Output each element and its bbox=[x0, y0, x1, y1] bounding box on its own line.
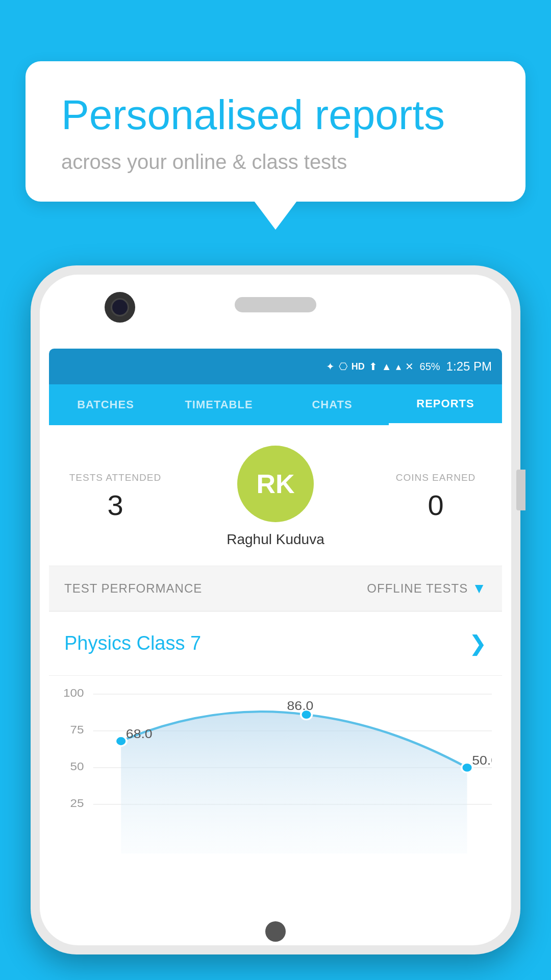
phone-outer: ✦ ⎔ HD ⬆ ▲ ▴ ✕ 65% 1:25 PM BATCHES bbox=[31, 265, 520, 954]
svg-text:50: 50 bbox=[70, 761, 84, 773]
hd-icon: HD bbox=[352, 361, 365, 372]
class-name: Physics Class 7 bbox=[64, 632, 201, 654]
phone-home-button[interactable] bbox=[265, 921, 286, 942]
data-point-3 bbox=[462, 763, 473, 772]
status-bar: ✦ ⎔ HD ⬆ ▲ ▴ ✕ 65% 1:25 PM bbox=[49, 349, 502, 384]
tests-attended-label: TESTS ATTENDED bbox=[64, 472, 166, 483]
svg-text:100: 100 bbox=[63, 687, 84, 699]
profile-section: TESTS ATTENDED 3 RK Raghul Kuduva COINS … bbox=[49, 425, 502, 566]
chart-area: 100 75 50 25 bbox=[49, 676, 502, 870]
tab-chats[interactable]: CHATS bbox=[276, 384, 389, 425]
perf-label: TEST PERFORMANCE bbox=[64, 581, 202, 596]
annotation-2: 86.0 bbox=[287, 699, 314, 712]
tab-batches[interactable]: BATCHES bbox=[49, 384, 162, 425]
phone-speaker bbox=[235, 297, 316, 312]
annotation-1: 68.0 bbox=[126, 727, 153, 740]
user-name: Raghul Kuduva bbox=[227, 531, 324, 548]
sync-icon: ⬆ bbox=[369, 360, 378, 373]
phone-inner: ✦ ⎔ HD ⬆ ▲ ▴ ✕ 65% 1:25 PM BATCHES bbox=[40, 275, 511, 945]
offline-tests-button[interactable]: OFFLINE TESTS ▼ bbox=[367, 580, 487, 597]
perf-header: TEST PERFORMANCE OFFLINE TESTS ▼ bbox=[49, 566, 502, 611]
svg-text:25: 25 bbox=[70, 797, 84, 810]
coins-earned-label: COINS EARNED bbox=[385, 472, 487, 483]
data-off-icon: ✕ bbox=[405, 360, 414, 373]
tab-timetable[interactable]: TIMETABLE bbox=[162, 384, 276, 425]
coins-earned-value: 0 bbox=[385, 488, 487, 522]
status-time: 1:25 PM bbox=[446, 359, 492, 374]
nav-tabs: BATCHES TIMETABLE CHATS REPORTS bbox=[49, 384, 502, 425]
bubble-subtitle: across your online & class tests bbox=[61, 151, 490, 174]
vibrate-icon: ⎔ bbox=[339, 360, 347, 373]
chevron-down-icon: ▼ bbox=[472, 580, 487, 597]
screen: ✦ ⎔ HD ⬆ ▲ ▴ ✕ 65% 1:25 PM BATCHES bbox=[49, 349, 502, 904]
phone-camera bbox=[105, 292, 135, 323]
phone-wrapper: ✦ ⎔ HD ⬆ ▲ ▴ ✕ 65% 1:25 PM BATCHES bbox=[31, 265, 520, 980]
chevron-right-icon: ❯ bbox=[469, 631, 487, 656]
data-point-1 bbox=[115, 736, 127, 746]
bubble-title: Personalised reports bbox=[61, 92, 490, 138]
tab-reports[interactable]: REPORTS bbox=[389, 384, 502, 425]
performance-chart: 100 75 50 25 bbox=[59, 686, 492, 870]
status-icons: ✦ ⎔ HD ⬆ ▲ ▴ ✕ bbox=[326, 360, 414, 373]
wifi-icon: ▲ bbox=[382, 361, 392, 373]
offline-label: OFFLINE TESTS bbox=[367, 581, 468, 596]
svg-text:75: 75 bbox=[70, 724, 84, 736]
bluetooth-icon: ✦ bbox=[326, 360, 335, 373]
battery-percent: 65% bbox=[420, 361, 440, 373]
tests-attended-block: TESTS ATTENDED 3 bbox=[64, 472, 166, 522]
class-row[interactable]: Physics Class 7 ❯ bbox=[49, 611, 502, 676]
avatar-block: RK Raghul Kuduva bbox=[227, 446, 324, 548]
coins-earned-block: COINS EARNED 0 bbox=[385, 472, 487, 522]
side-button bbox=[516, 470, 525, 510]
signal-icon: ▴ bbox=[396, 360, 401, 373]
annotation-3: 50.0 bbox=[472, 753, 492, 767]
tests-attended-value: 3 bbox=[64, 488, 166, 522]
avatar-initials: RK bbox=[256, 469, 294, 499]
speech-bubble: Personalised reports across your online … bbox=[26, 61, 525, 202]
avatar: RK bbox=[237, 446, 314, 522]
